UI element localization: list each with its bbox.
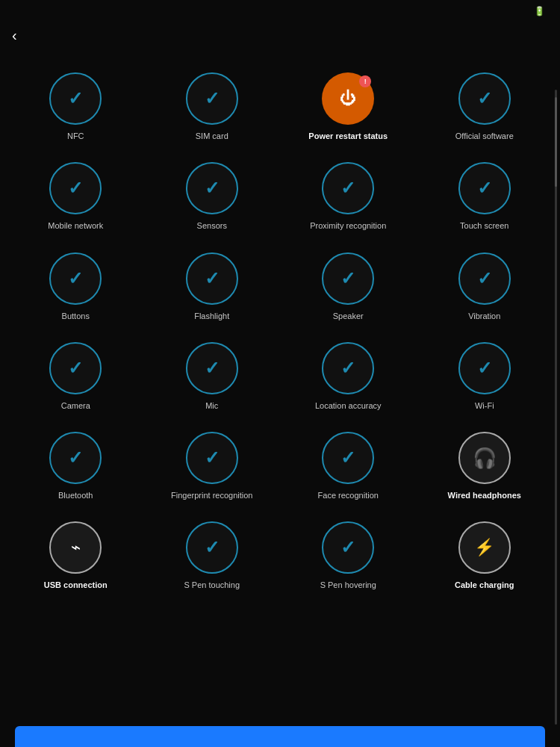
diag-label: Vibration — [468, 311, 500, 321]
diag-label: USB connection — [44, 580, 108, 590]
check-icon: ✓ — [68, 178, 83, 199]
diag-circle: ✓ — [322, 342, 374, 394]
alert-dot: ! — [359, 75, 371, 87]
diag-circle: ✓ — [186, 432, 238, 484]
diag-item-wired-headphones[interactable]: 🎧 Wired headphones — [417, 423, 553, 512]
diag-label: Speaker — [333, 311, 364, 321]
diag-label: Fingerprint recognition — [171, 490, 252, 500]
diag-circle: ✓ — [186, 72, 238, 125]
back-button[interactable]: ‹ — [12, 27, 17, 44]
diag-circle: ✓ — [322, 162, 374, 214]
diag-circle: ⚡ — [458, 521, 511, 574]
diag-label: Mic — [205, 400, 218, 411]
diag-item-mobile-network[interactable]: ✓ Mobile network — [7, 153, 144, 243]
diag-circle: ✓ — [49, 72, 102, 125]
check-icon: ✓ — [68, 447, 83, 468]
diag-item-touch-screen[interactable]: ✓ Touch screen — [417, 153, 553, 243]
diag-label: Proximity recognition — [310, 220, 386, 231]
diag-circle: ✓ — [458, 162, 511, 214]
diag-label: Wired headphones — [448, 490, 521, 500]
check-icon: ✓ — [340, 358, 355, 379]
diag-item-face-recognition[interactable]: ✓ Face recognition — [280, 423, 417, 512]
diag-label: Face recognition — [318, 490, 379, 500]
diag-item-wi-fi[interactable]: ✓ Wi-Fi — [417, 333, 553, 423]
check-icon: ✓ — [340, 537, 355, 558]
diag-label: Wi-Fi — [475, 400, 494, 411]
check-icon: ✓ — [477, 88, 492, 109]
diag-circle: ✓ — [458, 72, 511, 125]
diag-circle: ⌁ — [49, 521, 102, 574]
diag-label: Cable charging — [455, 580, 514, 590]
check-icon: ✓ — [68, 358, 83, 379]
diag-item-sim-card[interactable]: ✓ SIM card — [144, 63, 281, 153]
diag-item-bluetooth[interactable]: ✓ Bluetooth — [7, 423, 144, 512]
diag-item-official-software[interactable]: ✓ Official software — [417, 63, 553, 153]
diag-item-sensors[interactable]: ✓ Sensors — [144, 153, 281, 243]
status-bar: 🔋 — [0, 0, 560, 19]
diag-item-buttons[interactable]: ✓ Buttons — [7, 244, 144, 333]
diag-label: S Pen touching — [184, 580, 240, 590]
scrollbar-thumb — [555, 97, 557, 187]
diag-item-mic[interactable]: ✓ Mic — [144, 333, 281, 423]
diag-item-nfc[interactable]: ✓ NFC — [7, 63, 144, 153]
check-icon: ✓ — [477, 268, 492, 289]
check-icon: ✓ — [340, 178, 355, 199]
check-icon: ✓ — [477, 358, 492, 379]
battery-icon: 🔋 — [534, 6, 545, 16]
diag-label: Power restart status — [308, 131, 388, 141]
diag-item-s-pen-touching[interactable]: ✓ S Pen touching — [144, 512, 281, 602]
diag-circle: ✓ — [322, 432, 374, 484]
check-icon: ✓ — [68, 88, 83, 109]
diag-label: Location accuracy — [315, 400, 382, 411]
diag-item-power-restart-status[interactable]: ⏻ ! Power restart status — [280, 63, 417, 153]
diag-circle: ✓ — [458, 252, 511, 305]
check-icon: ✓ — [205, 358, 220, 379]
diag-label: Camera — [61, 400, 90, 411]
status-icons: 🔋 — [534, 6, 548, 16]
cable-icon: ⚡ — [474, 538, 494, 557]
diag-label: Sensors — [197, 220, 227, 231]
diag-circle: ✓ — [49, 432, 102, 484]
diag-item-camera[interactable]: ✓ Camera — [7, 333, 144, 423]
check-icon: ✓ — [205, 268, 220, 289]
diag-item-vibration[interactable]: ✓ Vibration — [417, 244, 553, 333]
check-icon: ✓ — [205, 447, 220, 468]
bottom-bar — [15, 726, 545, 747]
check-icon: ✓ — [205, 178, 220, 199]
diag-circle: ✓ — [186, 521, 238, 574]
power-icon: ⏻ — [340, 89, 356, 108]
diag-label: NFC — [67, 131, 84, 141]
diag-circle: 🎧 — [458, 432, 511, 484]
check-icon: ✓ — [340, 268, 355, 289]
scrollbar[interactable] — [555, 90, 557, 725]
diag-label: Flashlight — [194, 311, 229, 321]
diag-circle: ✓ — [49, 342, 102, 394]
diagnostics-grid: ✓ NFC ✓ SIM card ⏻ ! Power restart statu… — [0, 56, 560, 610]
diag-circle: ✓ — [49, 252, 102, 305]
diag-circle: ✓ — [322, 252, 374, 305]
diag-item-usb-connection[interactable]: ⌁ USB connection — [7, 512, 144, 602]
diag-label: SIM card — [196, 131, 228, 141]
diag-item-flashlight[interactable]: ✓ Flashlight — [144, 244, 281, 333]
diag-item-cable-charging[interactable]: ⚡ Cable charging — [417, 512, 553, 602]
diag-item-s-pen-hovering[interactable]: ✓ S Pen hovering — [280, 512, 417, 602]
diag-label: Buttons — [62, 311, 90, 321]
diag-circle: ✓ — [322, 521, 374, 574]
check-icon: ✓ — [477, 178, 492, 199]
check-icon: ✓ — [68, 268, 83, 289]
diag-label: Bluetooth — [58, 490, 93, 500]
diag-circle: ✓ — [49, 162, 102, 214]
diag-label: Touch screen — [460, 220, 508, 231]
diag-item-fingerprint-recognition[interactable]: ✓ Fingerprint recognition — [144, 423, 281, 512]
diag-label: S Pen hovering — [320, 580, 376, 590]
diag-item-proximity-recognition[interactable]: ✓ Proximity recognition — [280, 153, 417, 243]
diag-circle: ✓ — [458, 342, 511, 394]
diag-circle: ✓ — [186, 162, 238, 214]
check-icon: ✓ — [340, 447, 355, 468]
diag-label: Mobile network — [48, 220, 103, 231]
diag-circle: ⏻ ! — [322, 72, 374, 125]
diag-item-speaker[interactable]: ✓ Speaker — [280, 244, 417, 333]
diag-item-location-accuracy[interactable]: ✓ Location accuracy — [280, 333, 417, 423]
headphones-icon: 🎧 — [473, 447, 497, 470]
diag-circle: ✓ — [186, 252, 238, 305]
